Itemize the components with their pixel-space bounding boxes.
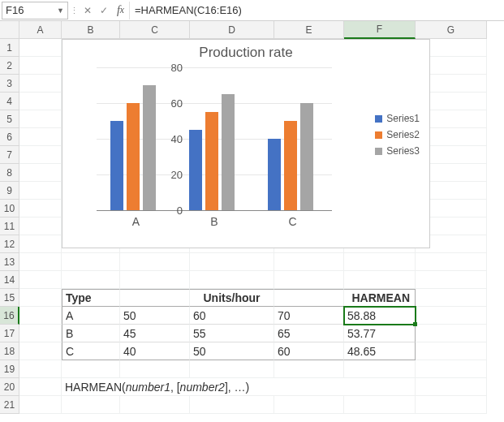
cell[interactable] [19, 289, 62, 307]
cell[interactable] [19, 128, 62, 146]
cell[interactable] [190, 360, 274, 378]
row-header[interactable]: 9 [0, 182, 19, 200]
cell[interactable] [274, 396, 344, 414]
table-row[interactable]: 50 [190, 342, 274, 360]
cell[interactable] [19, 200, 62, 217]
table-row[interactable]: 70 [274, 307, 344, 325]
cell[interactable] [19, 360, 62, 378]
cell[interactable] [19, 39, 62, 57]
row-header[interactable]: 10 [0, 200, 19, 217]
chevron-down-icon[interactable]: ▼ [57, 6, 64, 15]
col-header-G[interactable]: G [416, 21, 487, 39]
cell[interactable] [416, 360, 487, 378]
table-row[interactable]: B [62, 325, 120, 342]
row-header[interactable]: 4 [0, 93, 19, 110]
table-row[interactable]: 55 [190, 325, 274, 342]
cell[interactable] [19, 93, 62, 110]
cell[interactable] [416, 289, 487, 307]
cell[interactable] [120, 289, 190, 307]
syntax-cell[interactable]: HARMEAN(number1 , [number2 ], …) [62, 378, 416, 396]
cell[interactable] [62, 271, 120, 289]
select-all-corner[interactable] [0, 21, 19, 39]
cell[interactable] [19, 164, 62, 182]
cell[interactable] [416, 378, 487, 396]
row-header[interactable]: 17 [0, 325, 19, 342]
cell[interactable] [19, 325, 62, 342]
table-row[interactable]: C [62, 342, 120, 360]
cell[interactable] [19, 307, 62, 325]
cell[interactable] [416, 396, 487, 414]
table-row[interactable]: A [62, 307, 120, 325]
row-header[interactable]: 1 [0, 39, 19, 57]
cell[interactable] [62, 396, 120, 414]
cell[interactable] [274, 253, 344, 271]
row-header[interactable]: 11 [0, 217, 19, 235]
table-header-harmean[interactable]: HARMEAN [344, 289, 416, 307]
row-header[interactable]: 7 [0, 146, 19, 164]
cell[interactable] [416, 271, 487, 289]
table-row[interactable]: 53.77 [344, 325, 416, 342]
cell[interactable] [416, 325, 487, 342]
table-row[interactable]: 60 [274, 342, 344, 360]
cell[interactable] [120, 360, 190, 378]
table-header-units[interactable]: Units/hour [190, 289, 274, 307]
cell[interactable] [19, 271, 62, 289]
col-header-F[interactable]: F [344, 21, 416, 39]
active-cell[interactable]: 58.88 [344, 307, 416, 325]
table-row[interactable]: 45 [120, 325, 190, 342]
table-row[interactable]: 60 [190, 307, 274, 325]
table-row[interactable]: 50 [120, 307, 190, 325]
row-header[interactable]: 14 [0, 271, 19, 289]
row-header[interactable]: 6 [0, 128, 19, 146]
cancel-icon[interactable]: ✕ [80, 2, 96, 19]
cell[interactable] [120, 271, 190, 289]
cell[interactable] [274, 289, 344, 307]
row-header[interactable]: 3 [0, 75, 19, 93]
row-header[interactable]: 8 [0, 164, 19, 182]
cell[interactable] [190, 253, 274, 271]
table-row[interactable]: 48.65 [344, 342, 416, 360]
cell[interactable] [274, 360, 344, 378]
cell[interactable] [344, 396, 416, 414]
cell[interactable] [416, 342, 487, 360]
cell[interactable] [19, 396, 62, 414]
cell[interactable] [344, 271, 416, 289]
cell[interactable] [190, 271, 274, 289]
formula-input[interactable]: =HARMEAN(C16:E16) [130, 2, 504, 19]
cell[interactable] [416, 307, 487, 325]
cell[interactable] [62, 360, 120, 378]
cell[interactable] [344, 253, 416, 271]
cell[interactable] [19, 57, 62, 75]
fx-icon[interactable]: fx [112, 2, 130, 19]
table-row[interactable]: 40 [120, 342, 190, 360]
row-header[interactable]: 19 [0, 360, 19, 378]
col-header-C[interactable]: C [120, 21, 190, 39]
row-header[interactable]: 21 [0, 396, 19, 414]
col-header-B[interactable]: B [62, 21, 120, 39]
cell[interactable] [19, 235, 62, 253]
row-header[interactable]: 12 [0, 235, 19, 253]
name-box[interactable]: F16 ▼ [2, 2, 68, 19]
cell[interactable] [19, 146, 62, 164]
cell[interactable] [19, 342, 62, 360]
col-header-E[interactable]: E [274, 21, 344, 39]
cell[interactable] [274, 271, 344, 289]
table-header-type[interactable]: Type [62, 289, 120, 307]
cell[interactable] [120, 396, 190, 414]
row-header[interactable]: 5 [0, 110, 19, 128]
cell[interactable] [19, 75, 62, 93]
row-header[interactable]: 2 [0, 57, 19, 75]
cell[interactable] [19, 253, 62, 271]
cell[interactable] [19, 378, 62, 396]
cell[interactable] [344, 360, 416, 378]
worksheet-grid[interactable]: A B C D E F G 1 2 3 4 5 6 7 8 9 10 11 12… [0, 21, 504, 414]
row-header[interactable]: 13 [0, 253, 19, 271]
col-header-D[interactable]: D [190, 21, 274, 39]
cell[interactable] [19, 182, 62, 200]
cell[interactable] [19, 217, 62, 235]
row-header[interactable]: 16 [0, 307, 19, 325]
row-header[interactable]: 20 [0, 378, 19, 396]
chart[interactable]: Production rate ABC Series1Series2Series… [62, 39, 430, 248]
confirm-icon[interactable]: ✓ [96, 2, 112, 19]
cell[interactable] [190, 396, 274, 414]
